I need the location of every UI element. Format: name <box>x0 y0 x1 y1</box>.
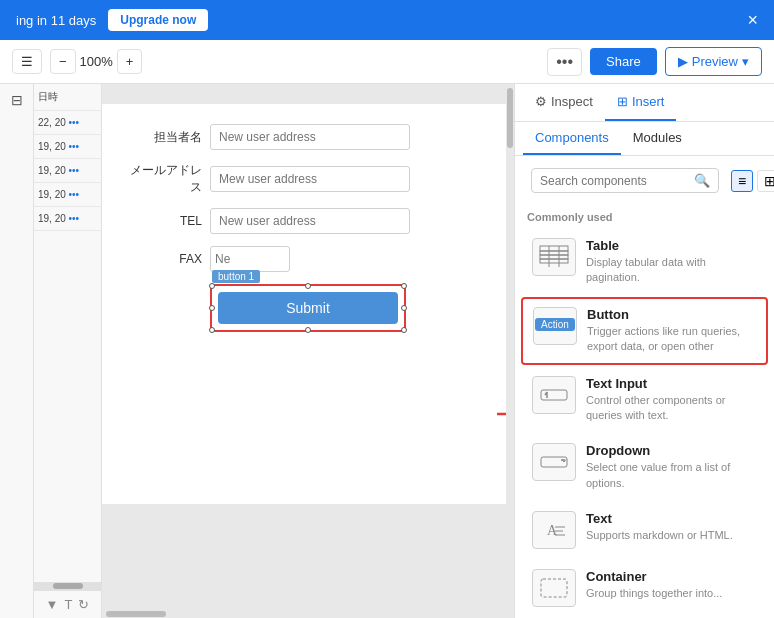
refresh-icon[interactable]: ↻ <box>78 597 89 612</box>
search-input[interactable] <box>540 174 690 188</box>
banner-close-icon[interactable]: × <box>747 10 758 31</box>
list-item[interactable]: 19, 20 ••• <box>34 135 101 159</box>
button-component-name: Button <box>587 307 756 322</box>
upgrade-button[interactable]: Upgrade now <box>108 9 208 31</box>
tab-insert[interactable]: ⊞ Insert <box>605 84 677 121</box>
text-component-icon: A <box>532 511 576 549</box>
dropdown-component-name: Dropdown <box>586 443 757 458</box>
resize-handle-bl[interactable] <box>209 327 215 333</box>
grid-view-button[interactable]: ⊞ <box>757 170 774 192</box>
form-label-tantoushamei: 担当者名 <box>122 129 202 146</box>
zoom-out-button[interactable]: − <box>50 49 76 74</box>
list-item[interactable]: 22, 20 ••• <box>34 111 101 135</box>
main-area: ⊟ 日時 22, 20 ••• 19, 20 ••• 19, 20 ••• <box>0 84 774 618</box>
component-item-table[interactable]: Table Display tabular data with paginati… <box>521 229 768 295</box>
resize-handle-tl[interactable] <box>209 283 215 289</box>
resize-handle-tm[interactable] <box>305 283 311 289</box>
table-component-info: Table Display tabular data with paginati… <box>586 238 757 286</box>
resize-handle-ml[interactable] <box>209 305 215 311</box>
left-panel: ⊟ 日時 22, 20 ••• 19, 20 ••• 19, 20 ••• <box>0 84 102 618</box>
sidebar-toggle-icon: ☰ <box>21 54 33 69</box>
form-input-fax[interactable] <box>210 246 290 272</box>
search-row: 🔍 ≡ ⊞ <box>515 156 774 205</box>
very-left-panel: ⊟ <box>0 84 34 618</box>
resize-handle-br[interactable] <box>401 327 407 333</box>
toolbar-right: ••• Share ▶ Preview ▾ <box>547 47 762 76</box>
item-label: 19, 20 <box>38 165 66 176</box>
action-badge: Action <box>535 318 575 331</box>
canvas-area: 担当者名 メールアドレス TEL FAX button 1 <box>102 84 514 618</box>
section-header-commonly-used: Commonly used <box>515 205 774 227</box>
component-item-container[interactable]: Container Group things together into... <box>521 560 768 616</box>
form-row-tantoushamei: 担当者名 <box>122 124 502 150</box>
list-item[interactable]: 19, 20 ••• <box>34 159 101 183</box>
canvas-scrollbar-h[interactable] <box>102 610 506 618</box>
button-component-container: button 1 Submit <box>210 284 502 332</box>
component-item-text[interactable]: A Text Supports markdown or HTML. <box>521 502 768 558</box>
svg-rect-4 <box>540 259 568 263</box>
button-component-icon: Action <box>533 307 577 345</box>
filter-icon[interactable]: ▼ <box>46 597 59 612</box>
button-label-tag: button 1 <box>212 270 260 283</box>
item-more-icon: ••• <box>69 213 80 224</box>
left-items-list: 日時 22, 20 ••• 19, 20 ••• 19, 20 ••• 19, … <box>34 84 101 582</box>
toolbar-more-button[interactable]: ••• <box>547 48 582 76</box>
list-item[interactable]: 19, 20 ••• <box>34 183 101 207</box>
component-search-bar: 🔍 <box>531 168 719 193</box>
share-button[interactable]: Share <box>590 48 657 75</box>
component-item-button[interactable]: Action Button Trigger actions like run q… <box>521 297 768 365</box>
button-component-desc: Trigger actions like run queries, export… <box>587 324 756 355</box>
canvas-scrollbar-v[interactable] <box>506 84 514 610</box>
text-input-component-info: Text Input Control other components or q… <box>586 376 757 424</box>
dropdown-component-icon <box>532 443 576 481</box>
item-more-icon: ••• <box>69 189 80 200</box>
item-more-icon: ••• <box>69 141 80 152</box>
resize-handle-bm[interactable] <box>305 327 311 333</box>
form-row-mail: メールアドレス <box>122 162 502 196</box>
resize-handle-tr[interactable] <box>401 283 407 289</box>
button-selection-box: button 1 Submit <box>210 284 406 332</box>
main-toolbar: ☰ − 100% + ••• Share ▶ Preview ▾ <box>0 40 774 84</box>
preview-icon: ▶ <box>678 54 688 69</box>
panel-icon: ⊟ <box>11 92 23 108</box>
component-item-text-input[interactable]: Text Input Control other components or q… <box>521 367 768 433</box>
zoom-value: 100% <box>80 54 113 69</box>
chevron-down-icon: ▾ <box>742 54 749 69</box>
inspect-icon: ⚙ <box>535 94 547 109</box>
svg-rect-2 <box>540 251 568 255</box>
table-component-icon <box>532 238 576 276</box>
zoom-group: − 100% + <box>50 49 142 74</box>
container-component-desc: Group things together into... <box>586 586 757 601</box>
dropdown-component-info: Dropdown Select one value from a list of… <box>586 443 757 491</box>
svg-rect-10 <box>541 457 567 467</box>
subtab-components[interactable]: Components <box>523 122 621 155</box>
zoom-in-button[interactable]: + <box>117 49 143 74</box>
subtab-modules[interactable]: Modules <box>621 122 694 155</box>
sidebar-toggle-button[interactable]: ☰ <box>12 49 42 74</box>
text-input-component-icon <box>532 376 576 414</box>
submit-button[interactable]: Submit <box>218 292 398 324</box>
form-row-fax: FAX <box>122 246 502 272</box>
list-item[interactable]: 19, 20 ••• <box>34 207 101 231</box>
dropdown-component-desc: Select one value from a list of options. <box>586 460 757 491</box>
preview-button[interactable]: ▶ Preview ▾ <box>665 47 762 76</box>
list-item[interactable]: 日時 <box>34 84 101 111</box>
form-input-mail[interactable] <box>210 166 410 192</box>
svg-rect-1 <box>540 246 568 251</box>
container-component-icon <box>532 569 576 607</box>
form-input-tel[interactable] <box>210 208 410 234</box>
button-component-info: Button Trigger actions like run queries,… <box>587 307 756 355</box>
form-label-tel: TEL <box>122 214 202 228</box>
left-content-panel: 日時 22, 20 ••• 19, 20 ••• 19, 20 ••• 19, … <box>34 84 102 618</box>
item-label: 22, 20 <box>38 117 66 128</box>
component-item-dropdown[interactable]: Dropdown Select one value from a list of… <box>521 434 768 500</box>
form-input-tantoushamei[interactable] <box>210 124 410 150</box>
form-label-fax: FAX <box>122 252 202 266</box>
form-label-mail: メールアドレス <box>122 162 202 196</box>
text-icon[interactable]: T <box>64 597 72 612</box>
resize-handle-mr[interactable] <box>401 305 407 311</box>
tab-inspect[interactable]: ⚙ Inspect <box>523 84 605 121</box>
item-label: 19, 20 <box>38 141 66 152</box>
text-input-component-name: Text Input <box>586 376 757 391</box>
list-view-button[interactable]: ≡ <box>731 170 753 192</box>
